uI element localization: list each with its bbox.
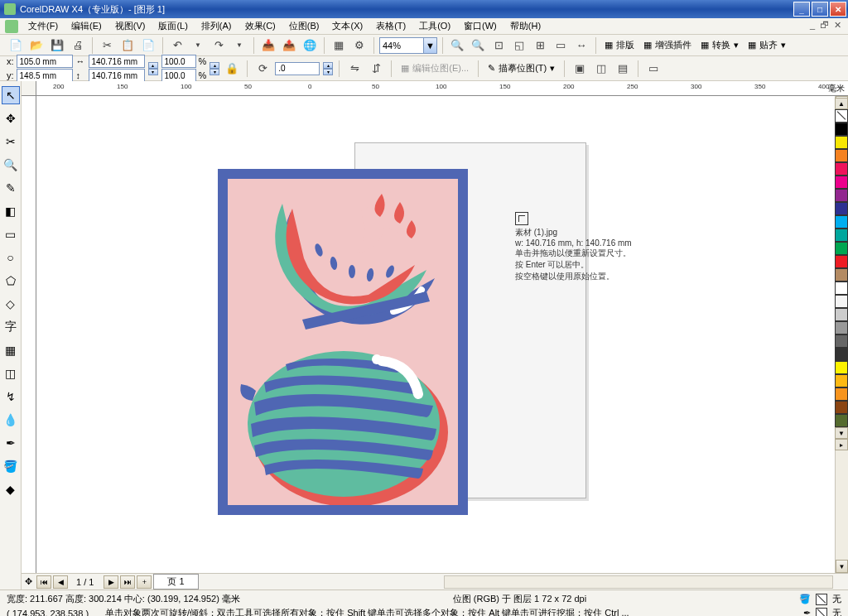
mirror-v-button[interactable]: ⇵ [367,60,385,78]
undo-dropdown[interactable]: ▼ [189,36,207,55]
rectangle-tool[interactable]: ▭ [2,225,20,243]
add-page-button[interactable]: + [137,575,152,589]
undo-button[interactable]: ↶ [168,36,186,55]
outline-swatch[interactable] [816,608,827,617]
outline-indicator-icon[interactable]: ✒ [803,608,811,616]
color-swatch[interactable] [835,255,848,268]
menu-bitmap[interactable]: 位图(B) [284,18,325,34]
layout-button[interactable]: ▦ 排版 [601,36,638,55]
color-swatch[interactable] [835,123,848,136]
trace-bitmap-button[interactable]: ✎ 描摹位图(T) ▾ [484,60,558,78]
menu-effects[interactable]: 效果(C) [240,18,281,34]
color-swatch[interactable] [835,268,848,282]
doc-restore-button[interactable]: 🗗 [820,20,829,31]
ellipse-tool[interactable]: ○ [2,248,20,267]
paste-button[interactable]: 📄 [139,36,157,55]
ruler-corner[interactable] [22,81,36,96]
color-swatch[interactable] [835,242,848,255]
zoom-page-button[interactable]: ▭ [552,36,570,55]
resample-button[interactable]: ◫ [592,60,610,78]
color-swatch[interactable] [835,189,848,202]
redo-button[interactable]: ↷ [210,36,228,55]
edit-bitmap-button[interactable]: ▦ 编辑位图(E)... [398,60,472,78]
maximize-button[interactable]: □ [812,2,828,17]
menu-view[interactable]: 视图(V) [110,18,151,34]
rotation-input[interactable]: .0 [275,62,320,75]
color-swatch[interactable] [835,149,848,162]
color-swatch[interactable] [835,361,848,374]
dimension-tool[interactable]: ◫ [2,364,20,383]
align-button[interactable]: ▦ 贴齐 ▾ [744,36,789,55]
artwork-card[interactable] [218,169,468,515]
smart-fill-tool[interactable]: ◧ [2,202,20,220]
table-tool[interactable]: ▦ [2,341,20,359]
import-button[interactable]: 📥 [259,36,277,55]
polygon-tool[interactable]: ⬠ [2,272,20,290]
eyedropper-tool[interactable]: 💧 [2,411,20,429]
basic-shapes-tool[interactable]: ◇ [2,295,20,313]
size-spinner[interactable]: ▴▾ [148,62,158,75]
viewport[interactable]: 素材 (1).jpg w: 140.716 mm, h: 140.716 mm … [36,96,848,573]
color-swatch[interactable] [835,202,848,215]
connector-tool[interactable]: ↯ [2,387,20,406]
color-swatch[interactable] [835,162,848,176]
doc-close-button[interactable]: ✕ [834,20,841,31]
pick-tool[interactable]: ↖ [2,86,20,104]
zoom-fit-button[interactable]: ⊡ [489,36,508,55]
shape-tool[interactable]: ✥ [2,109,20,128]
menu-arrange[interactable]: 排列(A) [196,18,237,34]
palette-down-button[interactable]: ▼ [835,427,848,439]
vertical-ruler[interactable] [22,96,36,573]
wrap-button[interactable]: ▤ [614,60,632,78]
menu-help[interactable]: 帮助(H) [505,18,546,34]
extra-button[interactable]: ▭ [644,60,662,78]
new-button[interactable]: 📄 [7,36,25,55]
menu-edit[interactable]: 编辑(E) [66,18,107,34]
zoom-select[interactable]: 44% ▼ [379,37,437,54]
color-swatch[interactable] [835,321,848,334]
convert-button[interactable]: ▦ 转换 ▾ [697,36,742,55]
enhance-button[interactable]: ▦ 增强插件 [640,36,695,55]
menu-layout[interactable]: 版面(L) [153,18,192,34]
scale-spinner[interactable]: ▴▾ [210,62,219,75]
color-swatch[interactable] [835,215,848,229]
color-swatch[interactable] [835,136,848,149]
color-swatch[interactable] [835,308,848,321]
crop-tool[interactable]: ✂ [2,132,20,151]
horizontal-ruler[interactable]: 毫米 20015010050050100150200250300350400 [36,81,848,96]
palette-flyout-button[interactable]: ▸ [835,439,848,450]
crop-button[interactable]: ▣ [571,60,589,78]
no-color-swatch[interactable] [835,109,848,123]
scaley-input[interactable]: 100.0 [161,69,196,82]
zoom-all-button[interactable]: ⊞ [531,36,549,55]
color-swatch[interactable] [835,295,848,308]
color-swatch[interactable] [835,229,848,242]
zoom-selection-button[interactable]: ◱ [510,36,528,55]
menu-tools[interactable]: 工具(O) [414,18,455,34]
menu-window[interactable]: 窗口(W) [459,18,502,34]
save-button[interactable]: 💾 [48,36,66,55]
copy-button[interactable]: 📋 [118,36,137,55]
doc-minimize-button[interactable]: _ [810,20,815,31]
zoom-out-button[interactable]: 🔍 [469,36,487,55]
fill-indicator-icon[interactable]: 🪣 [799,594,811,604]
options-button[interactable]: ⚙ [350,36,369,55]
redo-dropdown[interactable]: ▼ [230,36,248,55]
menu-text[interactable]: 文本(X) [327,18,368,34]
rot-spinner[interactable]: ▴▾ [323,62,333,75]
zoom-tool[interactable]: 🔍 [2,156,20,174]
zoom-in-button[interactable]: 🔍 [448,36,466,55]
outline-tool[interactable]: ✒ [2,434,20,452]
prev-page-button[interactable]: ◀ [53,575,68,589]
snap-button[interactable]: ▦ [330,36,348,55]
horizontal-scrollbar[interactable] [444,575,833,589]
page-tab[interactable]: 页 1 [153,574,198,590]
color-swatch[interactable] [835,387,848,401]
fill-tool[interactable]: 🪣 [2,457,20,475]
height-input[interactable]: 140.716 mm [89,69,145,82]
cut-button[interactable]: ✂ [98,36,116,55]
color-swatch[interactable] [835,282,848,295]
publish-button[interactable]: 🌐 [301,36,319,55]
palette-up-button[interactable]: ▲ [835,98,848,109]
width-input[interactable]: 140.716 mm [89,55,145,68]
